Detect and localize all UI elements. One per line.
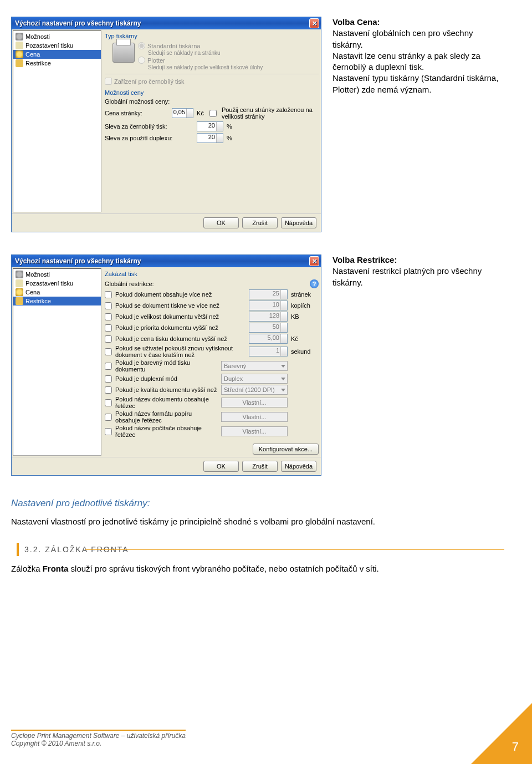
chk-restrict[interactable] [105,386,112,394]
pause-icon [16,42,23,49]
lock-icon [16,59,23,67]
sidebar-item-cena[interactable]: Cena [13,288,101,297]
cancel-button[interactable]: Zrušit [242,217,278,228]
combo-duplex[interactable]: Duplex [221,374,288,384]
restrict-label: Pokud je priorita dokumentu vyšší než [115,324,245,331]
numbered-section-label: 3.2. ZÁLOŽKA FRONTA [24,545,129,554]
desc-line: Nastavení typu tiskárny (Standardní tisk… [332,73,498,94]
spinner-icon[interactable] [216,122,223,131]
spinner-icon[interactable] [216,134,223,142]
restrict-label: Pokud je cena tisku dokumentu vyšší než [115,335,245,342]
help-icon[interactable]: ? [310,279,319,288]
sidebar-item-pozastaveni[interactable]: Pozastavení tisku [13,279,101,288]
chk-restrict[interactable] [105,291,112,298]
lbl-global-price: Globální možnosti ceny: [105,98,319,105]
restrict-value[interactable]: 1 [249,347,288,356]
configure-actions-button[interactable]: Konfigurovat akce... [253,444,319,455]
lock-icon [16,297,23,305]
radio-standard[interactable] [138,42,145,49]
section-paragraph: Nastavení vlastností pro jednotlivé tisk… [11,517,504,526]
custom-button[interactable]: Vlastní... [221,398,288,408]
printer-icon [112,43,135,63]
spinner-icon[interactable] [280,301,287,310]
restrict-value[interactable]: 50 [249,323,288,333]
chk-restrict[interactable] [105,324,112,332]
restrict-value[interactable]: 128 [249,312,288,322]
chk-restrict[interactable] [105,335,112,343]
sidebar-item-restrikce[interactable]: Restrikce [13,297,101,305]
close-icon[interactable]: ✕ [309,18,319,28]
sidebar-item-restrikce[interactable]: Restrikce [13,59,101,68]
input-price-page[interactable]: 0,05 [172,108,193,118]
cancel-button[interactable]: Zrušit [242,461,278,472]
unit-label: % [227,123,232,130]
chk-restrict[interactable] [105,375,112,383]
custom-button[interactable]: Vlastní... [221,412,288,422]
group-typ-tiskarny: Typ tiskárny [105,33,319,39]
unit-label: stránek [291,291,319,298]
input-value: 0,05 [173,109,185,115]
spinner-icon[interactable] [280,312,287,321]
sidebar-item-label: Možnosti [25,271,50,278]
help-button[interactable]: Nápověda [281,461,316,472]
spinner-icon[interactable] [280,347,287,356]
spinner-icon[interactable] [186,109,193,118]
unit-label: Kč [197,110,204,116]
restrict-label: Pokud název počítače obsahuje řetězec [115,425,218,438]
sidebar-item-label: Cena [25,289,40,296]
group-zakazat: Zakázat tisk [105,271,319,277]
spinner-icon[interactable] [280,290,287,299]
unit-label: Kč [291,335,319,342]
input-bw-discount[interactable]: 20 [197,121,223,131]
combo-quality[interactable]: Střední (1200 DPI) [221,385,288,395]
titlebar: Výchozí nastavení pro všechny tiskárny ✕ [12,255,321,267]
checkbox-label: Použij cenu stránky založenou na velikos… [222,106,319,120]
chk-use-size[interactable] [209,110,217,117]
restrict-label: Pokud je kvalita dokumentu vyšší než [115,386,218,393]
group-moznosti-ceny: Možnosti ceny [105,89,319,96]
field-label: Sleva za použití duplexu: [105,135,193,141]
restrict-label: Pokud se dokument tiskne ve více než [115,302,245,309]
restrict-label: Pokud je duplexní mód [115,375,218,382]
ok-button[interactable]: OK [203,217,239,228]
help-button[interactable]: Nápověda [281,217,316,228]
input-duplex-discount[interactable]: 20 [197,133,223,143]
page-number: 7 [512,740,519,754]
section-heading: Nastavení pro jednotlivé tiskárny: [11,498,504,509]
chk-restrict[interactable] [105,302,112,309]
chk-restrict[interactable] [105,414,112,421]
desc-line: Nastavení restrikcí platných pro všechny… [332,266,482,287]
restrict-label: Pokud dokument obsahuje více než [115,291,245,298]
sidebar-item-pozastaveni[interactable]: Pozastavení tisku [13,41,101,50]
sidebar-item-moznosti[interactable]: Možnosti [13,270,101,279]
custom-button[interactable]: Vlastní... [221,426,288,436]
ok-button[interactable]: OK [203,461,239,472]
chk-restrict[interactable] [105,313,112,320]
chk-restrict[interactable] [105,363,112,370]
checkbox-label: Zařízení pro černobílý tisk [114,78,185,85]
unit-label: kopiích [291,302,319,309]
combo-color[interactable]: Barevný [221,361,288,371]
radio-plotter[interactable] [138,57,145,64]
chk-restrict[interactable] [105,428,112,435]
sidebar-item-cena[interactable]: Cena [13,50,101,59]
titlebar: Výchozí nastavení pro všechny tiskárny ✕ [12,17,321,29]
chk-restrict[interactable] [105,399,112,406]
footer-line: Copyright © 2010 Amenit s.r.o. [11,740,186,747]
restrict-value[interactable]: 5,00 [249,334,288,344]
close-icon[interactable]: ✕ [309,256,319,266]
restrict-label: Pokud je barevný mód tisku dokumentu [115,359,218,373]
sidebar-item-moznosti[interactable]: Možnosti [13,32,101,41]
chk-bw-device[interactable] [105,78,112,85]
spinner-icon[interactable] [280,323,287,332]
chk-restrict[interactable] [105,348,112,355]
page-corner-decoration [471,703,532,764]
restrict-value[interactable]: 25 [249,289,288,299]
sidebar: Možnosti Pozastavení tisku Cena Restrikc… [13,268,101,456]
sidebar-item-label: Pozastavení tisku [25,280,73,287]
page-footer: Cyclope Print Management Software – uživ… [11,730,521,747]
restrict-value[interactable]: 10 [249,300,288,310]
spinner-icon[interactable] [280,334,287,343]
coin-icon [16,288,23,296]
gear-icon [16,271,23,278]
